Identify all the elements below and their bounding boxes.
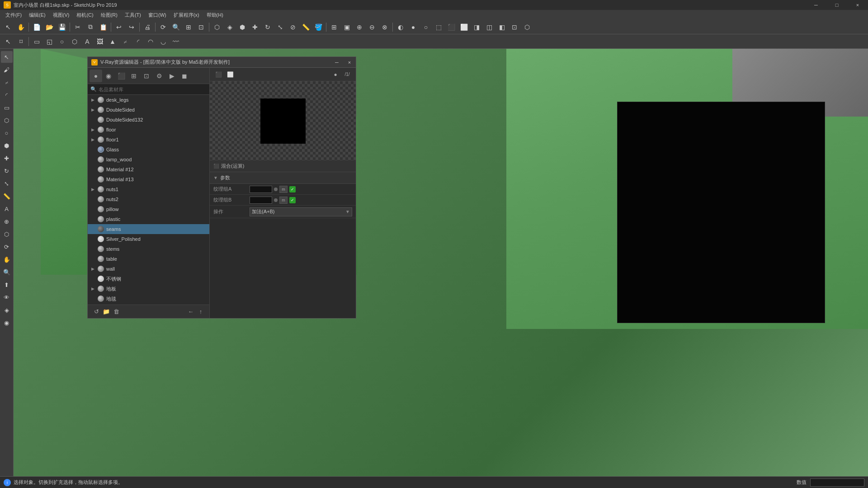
tb-monochrome[interactable]: ◧ xyxy=(496,21,508,33)
tb2-sandbox[interactable]: ▲ xyxy=(107,36,118,47)
tb-zoom-extents[interactable]: ⊡ xyxy=(195,21,207,33)
tb-sections3[interactable]: ⬡ xyxy=(521,21,533,33)
minimize-button[interactable]: ─ xyxy=(806,0,826,10)
tb-paint[interactable]: 🪣 xyxy=(312,21,324,33)
tb-icon-box[interactable]: ⬛ xyxy=(115,70,127,82)
tb-icon-play[interactable]: ▶ xyxy=(165,70,178,82)
texture-b-check[interactable]: ✓ xyxy=(289,197,296,203)
preview-icon-dot[interactable]: ● xyxy=(330,70,340,80)
menu-extensions[interactable]: 扩展程序(x) xyxy=(170,10,203,20)
maximize-button[interactable]: □ xyxy=(826,0,847,10)
menu-tools[interactable]: 工具(T) xyxy=(121,10,145,20)
mat-item-material12[interactable]: ▶ Material #12 xyxy=(88,164,209,174)
dialog-close[interactable]: × xyxy=(343,57,356,68)
mat-item-stems[interactable]: ▶ stems xyxy=(88,244,209,254)
mat-item-glass[interactable]: ▶ Glass xyxy=(88,145,209,155)
left-tape[interactable]: 📏 xyxy=(1,190,13,202)
search-input[interactable] xyxy=(99,87,207,92)
tb2-rect[interactable]: ▭ xyxy=(31,36,42,47)
mat-item-carpet[interactable]: ▶ 地毯 xyxy=(88,294,209,304)
mat-item-wall[interactable]: ▶ wall xyxy=(88,264,209,274)
mat-item-doublesided[interactable]: ▶ DoubleSided xyxy=(88,105,209,115)
tb-intersect[interactable]: ⊕ xyxy=(354,21,365,33)
tb-icon-grid[interactable]: ⊡ xyxy=(140,70,153,82)
mat-item-floor1[interactable]: ▶ floor1 xyxy=(88,135,209,145)
left-axes[interactable]: ⊕ xyxy=(1,216,13,227)
tb-open[interactable]: 📂 xyxy=(43,21,55,33)
mat-item-lamp-wood[interactable]: ▶ lamp_wood xyxy=(88,155,209,164)
dialog-minimize[interactable]: ─ xyxy=(330,57,343,68)
tb-groups[interactable]: ▣ xyxy=(341,21,353,33)
tb-icon-layers[interactable]: ⊞ xyxy=(127,70,140,82)
menu-edit[interactable]: 编辑(E) xyxy=(25,10,49,20)
tb-offset[interactable]: ⊘ xyxy=(287,21,299,33)
tb2-lasso[interactable]: ⌑ xyxy=(15,36,27,47)
tb-undo[interactable]: ↩ xyxy=(113,21,125,33)
params-header[interactable]: ▼ 参数 xyxy=(210,172,356,184)
menu-camera[interactable]: 相机(C) xyxy=(73,10,97,20)
tb-zoom[interactable]: 🔍 xyxy=(170,21,182,33)
status-value-input[interactable] xyxy=(810,479,864,487)
menu-view[interactable]: 视图(V) xyxy=(49,10,73,20)
tb-section[interactable]: ⬡ xyxy=(211,21,223,33)
section-mix-header[interactable]: ⬛ 混合(运算) xyxy=(210,160,356,172)
texture-a-map[interactable]: m xyxy=(279,186,288,193)
left-zoom2[interactable]: 🔍 xyxy=(1,266,13,278)
tb-redo[interactable]: ↪ xyxy=(126,21,137,33)
mat-item-nuts1[interactable]: ▶ nuts1 xyxy=(88,184,209,194)
texture-b-dot[interactable] xyxy=(274,198,278,202)
tb2-circle[interactable]: ○ xyxy=(56,36,68,47)
mat-item-nuts2[interactable]: ▶ nuts2 xyxy=(88,194,209,204)
left-poly[interactable]: ⬡ xyxy=(1,114,13,126)
mat-item-material13[interactable]: ▶ Material #13 xyxy=(88,174,209,184)
mat-item-floorboard[interactable]: ▶ 地板 xyxy=(88,284,209,294)
mat-item-doublesided132[interactable]: ▶ DoubleSided132 xyxy=(88,115,209,125)
tb-substract[interactable]: ⊖ xyxy=(366,21,378,33)
tb-pan[interactable]: ✋ xyxy=(15,21,27,33)
preview-icon-square[interactable]: ⬛ xyxy=(213,70,223,80)
left-walk[interactable]: ⬆ xyxy=(1,279,13,291)
menu-help[interactable]: 帮助(H) xyxy=(203,10,227,20)
mat-item-silver[interactable]: ▶ Silver_Polished xyxy=(88,234,209,244)
tb-split[interactable]: ⊗ xyxy=(379,21,391,33)
texture-a-swatch[interactable] xyxy=(250,186,272,193)
tb2-freehand[interactable]: 〰 xyxy=(170,36,182,47)
tb-tape[interactable]: 📏 xyxy=(300,21,311,33)
mat-item-plastic[interactable]: ▶ plastic xyxy=(88,214,209,224)
left-move[interactable]: ✚ xyxy=(1,152,13,164)
left-select[interactable]: ↖ xyxy=(1,51,13,63)
tb2-select[interactable]: ↖ xyxy=(2,36,14,47)
tb-print[interactable]: 🖨 xyxy=(142,21,153,33)
tb-icon-settings[interactable]: ⚙ xyxy=(153,70,165,82)
refresh-button[interactable]: ↺ xyxy=(91,307,101,317)
tb-paste[interactable]: 📋 xyxy=(97,21,109,33)
left-vray1[interactable]: ◈ xyxy=(1,304,13,316)
left-rect[interactable]: ▭ xyxy=(1,102,13,113)
tb2-rectRot[interactable]: ◱ xyxy=(43,36,55,47)
mat-item-seams[interactable]: ▶ seams xyxy=(88,224,209,234)
mat-item-table[interactable]: ▶ table xyxy=(88,254,209,264)
tb-shaded[interactable]: ◨ xyxy=(471,21,482,33)
tb-icon-ring[interactable]: ◉ xyxy=(102,70,115,82)
tb-icon-sphere[interactable]: ● xyxy=(90,70,102,82)
operation-dropdown[interactable]: 加法(A+B) ▼ xyxy=(250,207,352,216)
menu-draw[interactable]: 绘图(R) xyxy=(97,10,121,20)
up-button[interactable]: ← xyxy=(186,307,196,317)
tb-arrow[interactable]: ↖ xyxy=(2,21,14,33)
left-section[interactable]: ⬡ xyxy=(1,228,13,240)
mat-item-floor[interactable]: ▶ floor xyxy=(88,125,209,135)
texture-b-swatch[interactable] xyxy=(250,197,272,204)
mat-item-pillow[interactable]: ▶ pillow xyxy=(88,204,209,214)
tb2-3dtext[interactable]: A xyxy=(81,36,93,47)
left-look[interactable]: 👁 xyxy=(1,291,13,303)
tb-section2[interactable]: ◈ xyxy=(224,21,236,33)
tb-rotate[interactable]: ↻ xyxy=(262,21,274,33)
left-orbit[interactable]: ⟳ xyxy=(1,241,13,253)
tb-move[interactable]: ✚ xyxy=(249,21,261,33)
left-vray2[interactable]: ◉ xyxy=(1,317,13,328)
delete-button[interactable]: 🗑 xyxy=(111,307,121,317)
tb-hidden-line[interactable]: ⬜ xyxy=(458,21,470,33)
left-arc[interactable]: ◜ xyxy=(1,89,13,101)
down-button[interactable]: ↑ xyxy=(196,307,206,317)
left-line[interactable]: ⌿ xyxy=(1,76,13,88)
